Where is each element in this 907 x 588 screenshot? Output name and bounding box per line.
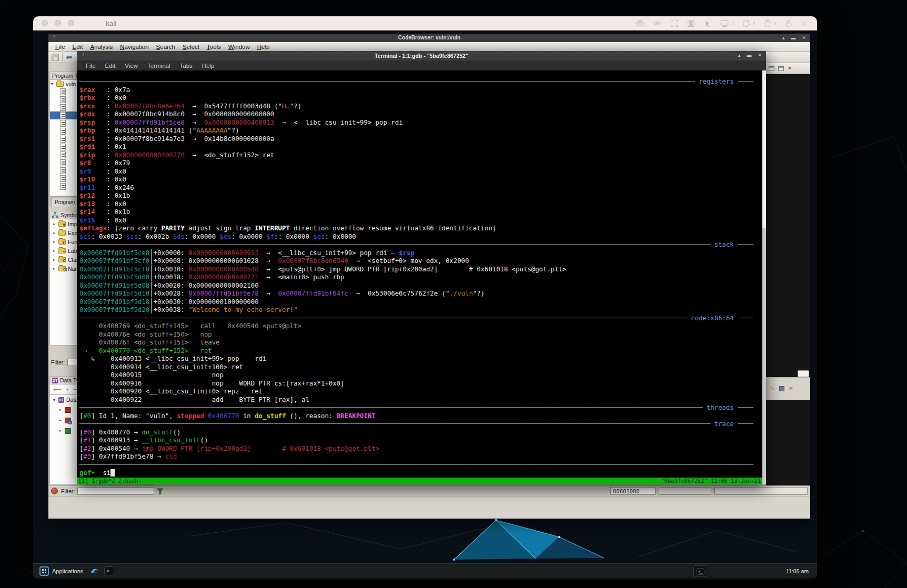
terminal-menu-tabs[interactable]: Tabs (175, 63, 197, 69)
text-segment: $rdi (79, 143, 95, 150)
terminal-menu-help[interactable]: Help (197, 63, 219, 69)
restart-icon[interactable]: ∨ (742, 19, 755, 28)
separator-line: ────────────────────────────────────────… (79, 241, 714, 248)
terminal-line: 0x00007ffd91bf5d10│+0x0028: 0x00007ffd91… (79, 290, 762, 298)
close-window-icon[interactable]: ✕ (758, 52, 762, 59)
display-icon[interactable]: ∨ (720, 19, 734, 28)
window-icon[interactable] (778, 66, 784, 71)
text-segment: #3 (83, 453, 91, 460)
collapse-arrow-icon[interactable]: ▸ (52, 267, 56, 271)
text-segment: : (95, 151, 115, 159)
minimize-window-icon[interactable]: ▬ (791, 34, 795, 42)
terminal-scrollbar[interactable] (762, 70, 766, 484)
text-segment: 0x00007f8bc8e6e264 (115, 103, 185, 110)
collapse-arrow-icon[interactable]: ▸ (52, 231, 56, 235)
text-segment: __libc_csu_init (142, 437, 200, 444)
gef-separator: ────────────────────────────────────────… (79, 241, 762, 249)
text-segment: 0x00007ffd91bf5cf8 (79, 266, 149, 273)
apps-grid-icon[interactable] (687, 19, 696, 28)
collapse-arrow-icon[interactable]: ▸ (52, 258, 56, 262)
fit-screen-icon[interactable] (670, 19, 679, 28)
tmux-window-list[interactable]: [1] 1:gdb*Z 2:bash- (78, 478, 142, 484)
menu-file[interactable]: File (52, 44, 69, 50)
text-segment: $gs (313, 233, 325, 240)
text-segment: 0x00007ffd91bf64fc (278, 290, 348, 297)
menu-help[interactable]: Help (254, 44, 274, 50)
navigate-back-icon[interactable]: ⬅ (66, 54, 73, 61)
kali-taskbar: Applications >_ >_ 11:05 am (33, 563, 817, 578)
program-fragment-icon (60, 112, 66, 119)
terminal-content[interactable]: ────────────────────────────────────────… (77, 70, 766, 484)
terminal-menu-terminal[interactable]: Terminal (143, 63, 175, 69)
text-segment: 0x00007f8bc8de6540 (278, 257, 348, 265)
collapse-arrow-icon[interactable]: ▸ (52, 222, 56, 226)
terminal-menu-view[interactable]: View (120, 63, 143, 69)
text-segment: $r15 (79, 217, 95, 224)
menu-window[interactable]: Window (225, 44, 254, 50)
tray-terminal-icon[interactable]: >_ (693, 565, 707, 577)
collapse-arrow-icon[interactable]: ▸ (58, 429, 63, 433)
collapse-arrow-icon[interactable]: ▸ (52, 249, 56, 253)
close-window-icon[interactable]: ✕ (802, 34, 806, 42)
lock-icon[interactable] (784, 19, 793, 28)
minimize-window-icon[interactable]: ▬ (747, 52, 751, 59)
close-traffic-light[interactable] (42, 20, 48, 26)
text-segment: $rax (79, 86, 95, 94)
menu-search[interactable]: Search (153, 44, 179, 50)
text-segment: : 0x1b (95, 208, 130, 216)
terminal-line: $r12 : 0x1b (79, 192, 762, 200)
terminal-titlebar[interactable]: * Terminal - 1:1:gdb - "5ba9fe867252" ▴▬… (77, 51, 766, 60)
close-icon[interactable]: ✕ (788, 66, 792, 71)
kali-dragon-icon[interactable] (89, 566, 100, 576)
window-icon[interactable] (769, 66, 774, 71)
minimize-traffic-light[interactable] (55, 20, 61, 26)
terminal-menu-file[interactable]: File (81, 63, 100, 69)
chevron-down-icon[interactable]: ∨ (731, 21, 734, 26)
chevron-down-icon[interactable]: ▼ (66, 388, 69, 391)
eye-icon[interactable] (652, 19, 662, 28)
exports-folder-icon (58, 230, 66, 236)
expand-arrow-icon[interactable]: ▼ (50, 82, 54, 86)
text-segment: adjust sign trap (185, 225, 255, 232)
text-segment: 0x00007ffd91bf5ce8 (79, 249, 149, 257)
terminal-line: [#0] Id 1, Name: "vuln", stopped 0x40077… (79, 412, 762, 421)
close-icon[interactable]: ✕ (789, 386, 793, 391)
panel-icon[interactable] (779, 386, 784, 391)
clipboard-icon[interactable]: ∨ (763, 19, 777, 28)
text-segment: 0x400920 <__libc_csu_fini+0> repz ret (79, 388, 263, 395)
menu-select[interactable]: Select (179, 44, 203, 50)
status-dot-icon[interactable] (51, 488, 58, 494)
collapse-arrow-icon[interactable]: ▸ (58, 408, 63, 412)
menu-tools[interactable]: Tools (203, 44, 225, 50)
text-segment: gef➤ (79, 469, 95, 477)
dtm-back-icon[interactable]: ⟵ (53, 386, 62, 393)
codebrowser-bottom-area (48, 496, 810, 519)
cursor-icon[interactable] (703, 19, 712, 28)
applications-menu-button[interactable]: Applications (37, 565, 85, 577)
terminal-menu-edit[interactable]: Edit (100, 63, 120, 69)
save-icon[interactable] (52, 54, 59, 61)
terminal-launcher-icon[interactable]: >_ (104, 566, 114, 575)
filter-funnel-icon[interactable] (157, 488, 164, 495)
zoom-traffic-light[interactable] (68, 20, 74, 26)
menu-analysis[interactable]: Analysis (86, 44, 116, 50)
close-icon[interactable] (801, 19, 809, 27)
codebrowser-titlebar[interactable]: * CodeBrowser: vuln:/vuln ▴▬✕ (48, 34, 810, 42)
shade-window-icon[interactable]: ▴ (738, 52, 741, 59)
collapse-arrow-icon[interactable]: ▸ (58, 418, 63, 422)
menu-edit[interactable]: Edit (69, 44, 87, 50)
chevron-down-icon[interactable]: ∨ (752, 21, 755, 26)
expand-arrow-icon[interactable]: ▼ (52, 398, 56, 402)
dtm-filter-input[interactable] (77, 488, 154, 495)
shade-window-icon[interactable]: ▴ (782, 34, 785, 42)
host-titlebar[interactable]: kali ∨∨∨ (33, 16, 817, 31)
chevron-down-icon[interactable]: ∨ (773, 21, 777, 26)
menu-navigation[interactable]: Navigation (116, 44, 152, 50)
imports-folder-icon: ▼ (58, 221, 66, 227)
collapse-arrow-icon[interactable]: ▸ (52, 240, 56, 244)
status-address-field[interactable]: 00601000 (610, 487, 656, 495)
camera-icon[interactable] (636, 19, 644, 28)
taskbar-clock[interactable]: 11:05 am (786, 568, 809, 574)
edit-icon[interactable]: ✎ (770, 386, 775, 392)
gef-separator: ────────────────────────────────────────… (79, 420, 762, 429)
